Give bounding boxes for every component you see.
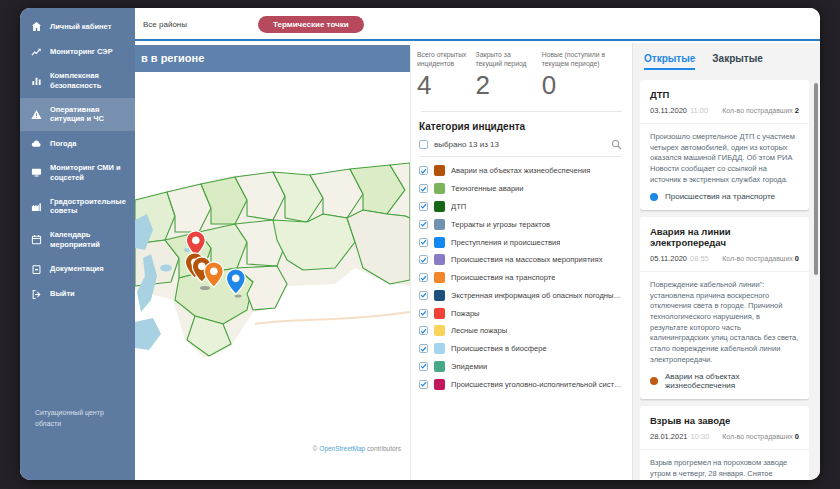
checkbox-checked-icon[interactable]: [419, 309, 428, 318]
incident-casualties: Кол-во пострадавших 0: [722, 254, 799, 263]
sidebar-item-weather[interactable]: Погода: [20, 131, 135, 156]
category-color-swatch: [434, 308, 445, 319]
checkbox-checked-icon[interactable]: [419, 202, 428, 211]
sidebar-item-label: Личный кабинет: [50, 22, 111, 32]
scrollbar-thumb[interactable]: [814, 83, 818, 275]
checkbox-checked-icon[interactable]: [419, 238, 428, 247]
sidebar-item-events-calendar[interactable]: Календарь мероприятий: [20, 223, 135, 257]
category-row[interactable]: Эпидемии: [411, 358, 632, 376]
incidents-feed-panel: Открытые Закрытые ДТП 03.11.2020 11:00 К…: [632, 43, 820, 480]
incident-casualties: Кол-во пострадавших 0: [722, 432, 799, 441]
sidebar-item-label: Погода: [50, 139, 76, 149]
topbar: Все районы Термические точки: [135, 8, 820, 41]
category-row[interactable]: Происшествия на транспорте: [411, 269, 632, 287]
checkbox-checked-icon[interactable]: [419, 326, 428, 335]
incident-title: Авария на линии электропередач: [650, 226, 799, 248]
category-row[interactable]: Лесные пожары: [411, 322, 632, 340]
divider: [421, 111, 622, 112]
incident-card[interactable]: ДТП 03.11.2020 11:00 Кол-во пострадавших…: [640, 80, 809, 210]
category-row[interactable]: ДТП: [411, 198, 632, 216]
incident-cards-list: ДТП 03.11.2020 11:00 Кол-во пострадавших…: [640, 80, 809, 480]
incident-description: Произошло смертельное ДТП с участием чет…: [650, 132, 799, 185]
category-row[interactable]: Терракты и угрозы терактов: [411, 215, 632, 233]
sidebar-item-operational-situation[interactable]: Оперативная ситуация и ЧС: [20, 98, 135, 132]
sidebar-item-urban-councils[interactable]: Градостроительные советы: [20, 190, 135, 224]
category-row[interactable]: Происшествия в биосфере: [411, 340, 632, 358]
search-icon[interactable]: [611, 139, 622, 150]
checkbox-checked-icon[interactable]: [419, 255, 428, 264]
checkbox-checked-icon[interactable]: [419, 220, 428, 229]
stat-label: Закрыто за текущий период: [476, 50, 537, 69]
incident-date: 05.11.2020: [650, 254, 687, 263]
sidebar-item-documentation[interactable]: Документация: [20, 257, 135, 282]
incident-title: ДТП: [650, 89, 799, 100]
category-color-swatch: [434, 361, 445, 372]
checkbox-checked-icon[interactable]: [419, 344, 428, 353]
home-icon: [31, 21, 42, 32]
incident-category-tag: Аварии на объектах жизнеобеспечения: [650, 372, 799, 390]
openstreetmap-link[interactable]: OpenStreetMap: [319, 445, 365, 452]
category-label: Техногенные аварии: [451, 184, 524, 193]
checkbox-checked-icon[interactable]: [419, 291, 428, 300]
sidebar-item-personal-cabinet[interactable]: Личный кабинет: [20, 14, 135, 39]
category-label: Терракты и угрозы терактов: [451, 220, 550, 229]
region-filter-dropdown[interactable]: Все районы: [143, 20, 187, 29]
warning-icon: [31, 109, 42, 120]
region-map[interactable]: [135, 72, 410, 455]
incident-time: 11:00: [690, 106, 708, 115]
stat-new-incidents: Новые (поступили в текущем периоде) 0: [542, 50, 624, 98]
checkbox-checked-icon[interactable]: [419, 273, 428, 282]
monitor-icon: [31, 167, 42, 178]
sidebar-item-label: Документация: [50, 264, 104, 274]
checkbox-checked-icon[interactable]: [419, 184, 428, 193]
stat-label: Новые (поступили в текущем периоде): [542, 50, 624, 69]
sidebar-item-logout[interactable]: Выйти: [20, 282, 135, 307]
incidents-summary-panel: Всего открытых инцидентов 4 Закрыто за т…: [410, 43, 632, 480]
cloud-icon: [31, 138, 42, 149]
thermal-points-button[interactable]: Термические точки: [258, 16, 364, 33]
category-row[interactable]: Техногенные аварии: [411, 180, 632, 198]
checkbox-checked-icon[interactable]: [419, 166, 428, 175]
category-color-swatch: [434, 219, 445, 230]
category-label: Происшествия на транспорте: [451, 273, 555, 282]
category-label: ДТП: [451, 202, 466, 211]
tab-closed[interactable]: Закрытые: [712, 53, 762, 70]
sidebar-item-label: Мониторинг СМИ и соцсетей: [50, 163, 127, 183]
sidebar-item-media-monitoring[interactable]: Мониторинг СМИ и соцсетей: [20, 156, 135, 190]
category-color-swatch: [434, 254, 445, 265]
app-window: Личный кабинет Мониторинг СЭР Комплексна…: [20, 8, 820, 480]
stat-value: 2: [476, 72, 537, 98]
category-label: Происшествия на массовых мероприятиях: [451, 255, 603, 264]
divider: [640, 123, 809, 124]
checkbox-checked-icon[interactable]: [419, 362, 428, 371]
checkbox-checked-icon[interactable]: [419, 380, 428, 389]
map-header-title: в в регионе: [135, 45, 410, 72]
map-column: в в регионе: [135, 43, 410, 480]
sidebar-item-label: Комплексная безопасность: [50, 71, 127, 91]
incident-card[interactable]: Авария на линии электропередач 05.11.202…: [640, 217, 809, 399]
stat-closed-incidents: Закрыто за текущий период 2: [476, 50, 537, 98]
category-label: Пожары: [451, 309, 480, 318]
incidents-tabs: Открытые Закрытые: [633, 43, 820, 70]
category-color-swatch: [434, 201, 445, 212]
chart-line-icon: [31, 46, 42, 57]
category-row[interactable]: Преступления и происшествия: [411, 233, 632, 251]
category-color-swatch: [434, 325, 445, 336]
category-row[interactable]: Происшествия уголовно-исполнительной сис…: [411, 375, 632, 393]
incident-card[interactable]: Взрыв на заводе 28.01.2021 10:30 Кол-во …: [640, 406, 809, 480]
sidebar-item-complex-safety[interactable]: Комплексная безопасность: [20, 64, 135, 98]
sidebar-footer-text: Ситуационный центр области: [35, 408, 127, 430]
category-row[interactable]: Пожары: [411, 304, 632, 322]
select-all-checkbox[interactable]: [419, 140, 428, 149]
category-label: Аварии на объектах жизнеобеспечения: [451, 166, 590, 175]
incident-date: 28.01.2021: [650, 432, 688, 441]
category-row[interactable]: Аварии на объектах жизнеобеспечения: [411, 162, 632, 180]
category-row[interactable]: Экстренная информация об опасных погодны…: [411, 286, 632, 304]
document-icon: [31, 264, 42, 275]
category-label: Эпидемии: [451, 362, 487, 371]
tab-open[interactable]: Открытые: [644, 53, 695, 70]
sidebar-item-label: Выйти: [50, 289, 75, 299]
category-row[interactable]: Происшествия на массовых мероприятиях: [411, 251, 632, 269]
sidebar-item-label: Градостроительные советы: [50, 197, 127, 217]
sidebar-item-monitoring-ser[interactable]: Мониторинг СЭР: [20, 39, 135, 64]
